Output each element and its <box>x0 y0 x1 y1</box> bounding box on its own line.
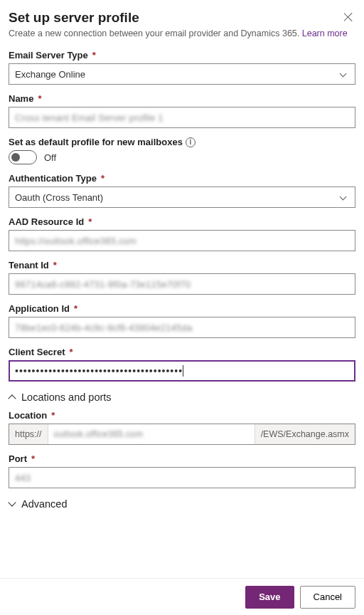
required-marker: * <box>69 347 73 357</box>
input-value: 96714ca6-c992-4731-9f0a-73e115e70f70 <box>15 279 191 290</box>
section-title: Advanced <box>21 498 68 510</box>
label-text: Application Id <box>9 303 70 314</box>
required-marker: * <box>53 260 57 270</box>
label-text: Authentication Type <box>9 173 97 184</box>
label-text: Location <box>9 410 47 421</box>
email-server-type-select[interactable]: Exchange Online <box>9 63 355 85</box>
tenant-id-label: Tenant Id* <box>9 260 355 270</box>
chevron-down-icon <box>339 194 346 201</box>
select-value: Exchange Online <box>15 69 85 80</box>
email-server-type-label: Email Server Type* <box>9 50 355 61</box>
client-secret-label: Client Secret* <box>9 347 355 357</box>
client-secret-input[interactable]: •••••••••••••••••••••••••••••••••••••••• <box>9 360 355 382</box>
aad-resource-id-input[interactable]: https://outlook.office365.com <box>9 230 355 251</box>
section-title: Locations and ports <box>21 391 112 403</box>
default-profile-label: Set as default profile for new mailboxes… <box>9 137 355 147</box>
learn-more-link[interactable]: Learn more <box>302 28 348 38</box>
location-input[interactable]: outlook.office365.com <box>48 424 255 444</box>
save-button[interactable]: Save <box>245 586 294 609</box>
required-marker: * <box>101 173 105 184</box>
location-prefix: https:// <box>9 424 48 444</box>
input-value: Cross tenant Email Server profile 1 <box>15 112 164 123</box>
cancel-button[interactable]: Cancel <box>300 586 355 609</box>
required-marker: * <box>92 50 96 61</box>
location-suffix: /EWS/Exchange.asmx <box>255 424 355 444</box>
section-locations-and-ports[interactable]: Locations and ports <box>9 391 355 403</box>
port-label: Port* <box>9 453 355 464</box>
input-value: 443 <box>15 473 31 483</box>
description-text: Create a new connection between your ema… <box>9 28 302 38</box>
label-text: Tenant Id <box>9 260 49 270</box>
section-advanced[interactable]: Advanced <box>9 498 355 510</box>
input-value: outlook.office365.com <box>54 429 144 439</box>
label-text: Port <box>9 453 27 464</box>
tenant-id-input[interactable]: 96714ca6-c992-4731-9f0a-73e115e70f70 <box>9 273 355 295</box>
dialog-footer: Save Cancel <box>0 578 364 615</box>
input-value: •••••••••••••••••••••••••••••••••••••••• <box>15 366 183 376</box>
input-value: 78be1ec0-624b-4c9c-9cf6-43804e2145da <box>15 322 192 333</box>
port-input[interactable]: 443 <box>9 467 355 488</box>
close-icon[interactable] <box>343 11 354 23</box>
location-input-group: https:// outlook.office365.com /EWS/Exch… <box>9 424 355 445</box>
auth-type-select[interactable]: Oauth (Cross Tenant) <box>9 186 355 208</box>
required-marker: * <box>88 216 92 227</box>
chevron-up-icon <box>9 394 16 401</box>
required-marker: * <box>74 303 77 314</box>
page-title: Set up server profile <box>9 10 355 26</box>
chevron-down-icon <box>9 500 16 508</box>
auth-type-label: Authentication Type* <box>9 173 355 184</box>
select-value: Oauth (Cross Tenant) <box>15 192 103 203</box>
text-caret <box>183 365 183 377</box>
label-text: Name <box>9 93 33 104</box>
toggle-state-text: Off <box>44 152 56 163</box>
chevron-down-icon <box>339 70 346 78</box>
required-marker: * <box>31 453 35 464</box>
name-input[interactable]: Cross tenant Email Server profile 1 <box>9 107 355 128</box>
page-description: Create a new connection between your ema… <box>9 28 355 38</box>
info-icon[interactable]: i <box>186 137 196 147</box>
label-text: Email Server Type <box>9 50 88 61</box>
aad-resource-id-label: AAD Resource Id* <box>9 216 355 227</box>
location-label: Location* <box>9 410 355 421</box>
default-profile-toggle[interactable] <box>9 150 37 164</box>
required-marker: * <box>51 410 55 421</box>
label-text: Client Secret <box>9 347 65 357</box>
input-value: https://outlook.office365.com <box>15 236 136 246</box>
toggle-knob <box>11 153 20 162</box>
required-marker: * <box>38 93 41 104</box>
name-label: Name* <box>9 93 355 104</box>
label-text: Set as default profile for new mailboxes <box>9 137 183 147</box>
label-text: AAD Resource Id <box>9 216 84 227</box>
application-id-input[interactable]: 78be1ec0-624b-4c9c-9cf6-43804e2145da <box>9 317 355 338</box>
application-id-label: Application Id* <box>9 303 355 314</box>
